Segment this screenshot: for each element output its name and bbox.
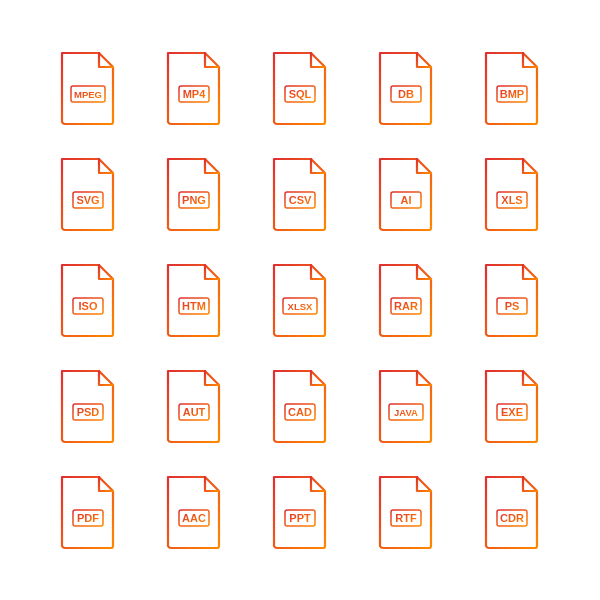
file-icon-ps[interactable]: PS — [464, 252, 560, 348]
svg-text:JAVA: JAVA — [394, 407, 418, 418]
svg-text:PNG: PNG — [182, 194, 206, 206]
file-shape-xls: XLS — [481, 157, 543, 232]
file-shape-svg: SVG — [57, 157, 119, 232]
file-icon-cad[interactable]: CAD — [252, 358, 348, 454]
file-icons-grid: MPEGMP4SQLDBBMPSVGPNGCSVAIXLSISOHTMXLSXR… — [20, 20, 580, 580]
file-shape-ppt: PPT — [269, 475, 331, 550]
file-shape-ai: AI — [375, 157, 437, 232]
file-shape-htm: HTM — [163, 263, 225, 338]
svg-text:PSD: PSD — [77, 406, 100, 418]
file-shape-csv: CSV — [269, 157, 331, 232]
file-icon-rar[interactable]: RAR — [358, 252, 454, 348]
svg-text:AI: AI — [401, 194, 412, 206]
file-icon-mpeg[interactable]: MPEG — [40, 40, 136, 136]
svg-text:CDR: CDR — [500, 512, 524, 524]
file-icon-xls[interactable]: XLS — [464, 146, 560, 242]
svg-text:SQL: SQL — [289, 88, 312, 100]
file-icon-rtf[interactable]: RTF — [358, 464, 454, 560]
svg-text:MPEG: MPEG — [74, 89, 102, 100]
svg-text:DB: DB — [398, 88, 414, 100]
file-shape-rar: RAR — [375, 263, 437, 338]
file-shape-iso: ISO — [57, 263, 119, 338]
file-icon-pdf[interactable]: PDF — [40, 464, 136, 560]
file-icon-cdr[interactable]: CDR — [464, 464, 560, 560]
file-shape-sql: SQL — [269, 51, 331, 126]
file-shape-png: PNG — [163, 157, 225, 232]
svg-text:AAC: AAC — [182, 512, 206, 524]
file-shape-bmp: BMP — [481, 51, 543, 126]
file-icon-iso[interactable]: ISO — [40, 252, 136, 348]
svg-text:MP4: MP4 — [183, 88, 207, 100]
file-shape-java: JAVA — [375, 369, 437, 444]
file-icon-bmp[interactable]: BMP — [464, 40, 560, 136]
file-shape-xlsx: XLSX — [269, 263, 331, 338]
file-icon-java[interactable]: JAVA — [358, 358, 454, 454]
file-icon-png[interactable]: PNG — [146, 146, 242, 242]
file-icon-ppt[interactable]: PPT — [252, 464, 348, 560]
file-icon-csv[interactable]: CSV — [252, 146, 348, 242]
file-icon-psd[interactable]: PSD — [40, 358, 136, 454]
file-shape-exe: EXE — [481, 369, 543, 444]
file-shape-cdr: CDR — [481, 475, 543, 550]
svg-text:XLSX: XLSX — [288, 301, 313, 312]
svg-text:EXE: EXE — [501, 406, 523, 418]
file-shape-ps: PS — [481, 263, 543, 338]
svg-text:RAR: RAR — [394, 300, 418, 312]
file-shape-aut: AUT — [163, 369, 225, 444]
file-shape-mp4: MP4 — [163, 51, 225, 126]
file-icon-svg[interactable]: SVG — [40, 146, 136, 242]
svg-text:RTF: RTF — [395, 512, 417, 524]
file-icon-mp4[interactable]: MP4 — [146, 40, 242, 136]
file-icon-htm[interactable]: HTM — [146, 252, 242, 348]
file-shape-pdf: PDF — [57, 475, 119, 550]
file-icon-aut[interactable]: AUT — [146, 358, 242, 454]
file-shape-psd: PSD — [57, 369, 119, 444]
file-icon-xlsx[interactable]: XLSX — [252, 252, 348, 348]
svg-text:PPT: PPT — [289, 512, 311, 524]
file-icon-aac[interactable]: AAC — [146, 464, 242, 560]
file-icon-sql[interactable]: SQL — [252, 40, 348, 136]
file-icon-exe[interactable]: EXE — [464, 358, 560, 454]
svg-text:ISO: ISO — [79, 300, 98, 312]
file-shape-aac: AAC — [163, 475, 225, 550]
svg-text:XLS: XLS — [501, 194, 522, 206]
file-icon-ai[interactable]: AI — [358, 146, 454, 242]
svg-text:AUT: AUT — [183, 406, 206, 418]
file-shape-mpeg: MPEG — [57, 51, 119, 126]
svg-text:HTM: HTM — [182, 300, 206, 312]
file-shape-db: DB — [375, 51, 437, 126]
svg-text:PDF: PDF — [77, 512, 99, 524]
svg-text:CSV: CSV — [289, 194, 312, 206]
svg-text:SVG: SVG — [76, 194, 99, 206]
svg-text:PS: PS — [505, 300, 520, 312]
svg-text:BMP: BMP — [500, 88, 524, 100]
svg-text:CAD: CAD — [288, 406, 312, 418]
file-shape-cad: CAD — [269, 369, 331, 444]
file-icon-db[interactable]: DB — [358, 40, 454, 136]
file-shape-rtf: RTF — [375, 475, 437, 550]
